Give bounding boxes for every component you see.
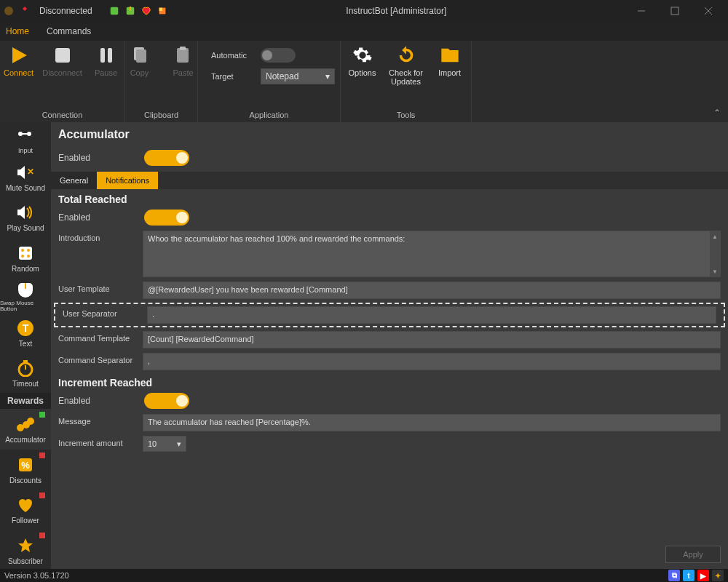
svg-point-25 (21, 255, 24, 258)
youtube-icon[interactable]: ▶ (697, 570, 709, 581)
svg-point-20 (27, 132, 31, 136)
app-mini-icon[interactable]: ✦ (712, 570, 724, 581)
sidebar-item-label: Timeout (12, 380, 39, 388)
scroll-down-icon[interactable]: ▼ (710, 266, 720, 276)
tb-icon-3[interactable] (141, 5, 152, 17)
disconnect-label: Disconnect (42, 68, 82, 77)
svg-text:%: % (21, 460, 30, 471)
twitter-icon[interactable]: t (683, 570, 695, 581)
svg-rect-31 (23, 360, 28, 362)
import-button[interactable]: Import (430, 44, 470, 77)
accumulator-enabled-toggle[interactable] (144, 150, 189, 166)
collapse-ribbon-icon[interactable]: ⌃ (713, 108, 721, 118)
user-separator-input[interactable]: . (147, 306, 716, 324)
message-label: Message (58, 414, 137, 426)
tab-general[interactable]: General (51, 172, 97, 189)
svg-rect-5 (159, 8, 162, 11)
user-template-input[interactable]: @[RewardedUser] you have been rewarded [… (143, 282, 721, 299)
sidebar-item-input[interactable]: Input (0, 122, 51, 157)
sidebar-item-random[interactable]: Random (0, 237, 51, 277)
maximize-button[interactable] (658, 0, 692, 22)
svg-rect-12 (100, 48, 105, 63)
tb-icon-2[interactable] (124, 5, 136, 17)
discord-icon[interactable]: ⧉ (668, 570, 680, 581)
tab-notifications[interactable]: Notifications (97, 172, 158, 189)
folder-icon (438, 44, 462, 67)
mouse-icon (15, 279, 36, 299)
command-template-input[interactable]: [Count] [RewardedCommand] (143, 331, 721, 348)
sidebar-item-label: Discounts (9, 477, 41, 485)
svg-rect-7 (671, 7, 678, 15)
status-dot (39, 533, 45, 538)
sidebar-item-label: Follower (12, 517, 39, 525)
sidebar-item-mutesound[interactable]: ✕ Mute Sound (0, 157, 51, 197)
sidebar-item-text[interactable]: T Text (0, 312, 51, 352)
paste-button[interactable]: Paste (164, 44, 203, 77)
window-title: InstructBot [Administrator] (168, 6, 625, 16)
status-dot (39, 493, 45, 498)
increment-amount-dropdown[interactable]: 10 ▾ (143, 436, 186, 452)
command-separator-input[interactable]: , (143, 353, 721, 370)
check-updates-button[interactable]: Check for Updates (387, 44, 426, 86)
target-dropdown[interactable]: Notepad ▾ (261, 68, 335, 84)
sidebar-item-subscriber[interactable]: Subscriber (0, 530, 51, 570)
accumulator-icon (15, 414, 36, 434)
play-icon (7, 44, 31, 67)
sidebar-item-swapmouse[interactable]: Swap Mouse Button (0, 278, 51, 313)
section-increment-reached: Increment Reached (51, 372, 728, 390)
minimize-button[interactable] (625, 0, 658, 22)
user-separator-value: . (152, 310, 154, 319)
scrollbar[interactable]: ▲ ▼ (710, 231, 720, 276)
automatic-toggle[interactable] (261, 48, 296, 63)
introduction-label: Introduction (58, 231, 137, 242)
copy-button[interactable]: Copy (120, 44, 159, 77)
scroll-up-icon[interactable]: ▲ (710, 231, 720, 242)
content-panel: Accumulator Enabled General Notification… (51, 122, 728, 570)
menu-commands[interactable]: Commands (47, 26, 91, 36)
svg-point-23 (21, 249, 24, 252)
command-separator-label: Command Separator (58, 353, 137, 364)
ir-enabled-label: Enabled (58, 396, 137, 406)
status-dot (39, 412, 45, 418)
ribbon-group-tools: Options Check for Updates Import (341, 41, 472, 108)
user-template-value: @[RewardedUser] you have been rewarded [… (148, 285, 348, 294)
ribbon-group-connection: Connect Disconnect Pause (0, 41, 125, 108)
sidebar-item-label: Accumulator (5, 436, 46, 444)
status-dot (39, 453, 45, 458)
enabled-label: Enabled (58, 153, 137, 163)
main-area: Input ✕ Mute Sound Play Sound Random Swa… (0, 122, 728, 570)
sidebar-item-label: Input (18, 147, 33, 154)
sidebar-item-discounts[interactable]: % Discounts (0, 450, 51, 490)
svg-rect-13 (108, 48, 112, 63)
copy-label: Copy (130, 68, 149, 77)
command-separator-value: , (148, 356, 150, 365)
pause-label: Pause (95, 68, 117, 77)
disconnect-button[interactable]: Disconnect (43, 44, 82, 77)
dice-icon (15, 243, 36, 263)
import-label: Import (438, 68, 461, 77)
sidebar-item-playsound[interactable]: Play Sound (0, 197, 51, 237)
copy-icon (128, 44, 151, 67)
message-input[interactable]: The accumulator has reached [Percentage]… (143, 414, 721, 431)
svg-point-19 (18, 132, 23, 136)
sidebar-item-accumulator[interactable]: Accumulator (0, 409, 51, 449)
sidebar-item-follower[interactable]: Follower (0, 490, 51, 530)
apply-button[interactable]: Apply (665, 546, 721, 563)
options-button[interactable]: Options (343, 44, 382, 77)
increment-enabled-toggle[interactable] (144, 393, 189, 409)
user-template-label: User Template (58, 282, 137, 293)
gear-icon (351, 44, 374, 67)
tb-icon-4[interactable] (157, 5, 168, 17)
sidebar-section-rewards: Rewards (0, 393, 51, 409)
total-reached-enabled-toggle[interactable] (144, 210, 189, 226)
connect-button[interactable]: Connect (0, 44, 39, 77)
close-button[interactable] (692, 0, 725, 22)
increment-amount-value: 10 (148, 439, 157, 448)
sidebar-item-timeout[interactable]: Timeout (0, 353, 51, 393)
tb-icon-1[interactable] (108, 5, 120, 17)
introduction-input[interactable]: Whoo the accumulator has reached 100% an… (143, 231, 721, 277)
menu-home[interactable]: Home (6, 26, 29, 36)
heart-icon (15, 495, 36, 515)
svg-rect-1 (110, 7, 118, 15)
svg-rect-3 (130, 7, 131, 10)
